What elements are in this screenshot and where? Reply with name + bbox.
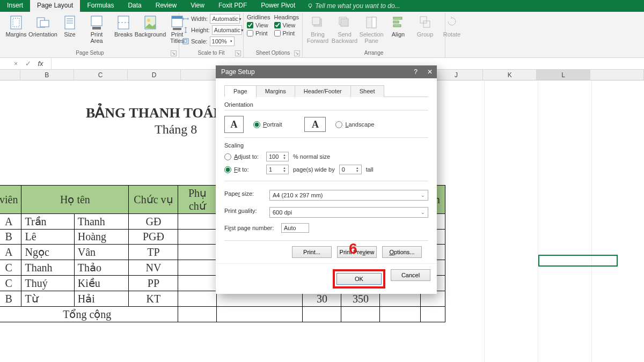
table-cell[interactable]: GĐ <box>129 214 178 230</box>
first-page-input[interactable]: Auto <box>281 223 309 233</box>
table-cell[interactable]: B <box>0 291 21 307</box>
table-cell[interactable]: B <box>0 230 21 245</box>
fit-wide-spinner[interactable]: 1▲▼ <box>266 165 289 174</box>
table-cell[interactable]: Thanh <box>21 260 74 276</box>
size-button[interactable]: Size <box>58 14 82 39</box>
col-header[interactable] <box>0 70 20 80</box>
align-button[interactable]: Align <box>386 14 410 39</box>
table-cell[interactable]: Thảo <box>74 260 129 276</box>
dialog-tab-page[interactable]: Page <box>224 85 257 97</box>
enter-formula-icon[interactable]: ✓ <box>24 60 32 68</box>
group-launcher-scaletofit[interactable]: ↘ <box>235 50 241 56</box>
col-header[interactable]: K <box>483 70 537 80</box>
width-select[interactable]: Automatic▼ <box>210 14 240 24</box>
table-cell[interactable] <box>178 291 217 307</box>
portrait-radio[interactable]: PPortraitortrait <box>253 121 282 128</box>
background-button[interactable]: Background <box>138 14 162 39</box>
dialog-help-icon[interactable]: ? <box>414 68 418 76</box>
table-header: Họ tên <box>21 186 129 214</box>
tell-me-search[interactable]: Tell me what you want to do... <box>302 0 405 12</box>
col-header[interactable]: B <box>20 70 74 80</box>
dialog-tab-headerfooter[interactable]: Header/Footer <box>295 85 351 97</box>
table-cell[interactable]: Ngọc <box>21 245 74 260</box>
col-header[interactable] <box>590 70 644 80</box>
col-header[interactable]: C <box>74 70 128 80</box>
table-cell[interactable]: Trần <box>21 214 74 230</box>
table-cell[interactable]: Lê <box>21 230 74 245</box>
adjust-to-radio[interactable]: Adjust to: <box>224 153 262 160</box>
table-cell[interactable]: Thanh <box>74 214 129 230</box>
group-label-arrange: Arrange <box>306 50 442 57</box>
print-quality-select[interactable]: 600 dpi⌄ <box>269 207 428 218</box>
options-button[interactable]: Options... <box>382 246 422 258</box>
width-label: Width: <box>191 16 208 22</box>
svg-rect-10 <box>92 27 101 29</box>
dialog-close-icon[interactable]: ✕ <box>427 68 433 76</box>
tab-view[interactable]: View <box>184 0 211 12</box>
group-launcher-sheetoptions[interactable]: ↘ <box>294 50 300 56</box>
tab-page-layout[interactable]: Page Layout <box>30 0 80 12</box>
table-cell[interactable] <box>178 230 217 245</box>
landscape-radio[interactable]: Landscape <box>335 121 374 128</box>
tab-powerpivot[interactable]: Power Pivot <box>254 0 302 12</box>
ok-button[interactable]: OK <box>336 273 382 285</box>
table-cell[interactable]: Vân <box>74 245 129 260</box>
table-cell[interactable] <box>178 260 217 276</box>
paper-size-select[interactable]: A4 (210 x 297 mm)⌄ <box>269 190 428 201</box>
group-launcher-pagesetup[interactable]: ↘ <box>171 50 177 56</box>
table-cell[interactable]: NV <box>129 260 178 276</box>
table-cell[interactable]: TP <box>129 245 178 260</box>
table-header: Chức vụ <box>129 186 178 214</box>
headings-heading: Headings <box>274 14 299 20</box>
orientation-button[interactable]: Orientation <box>31 14 55 39</box>
gridlines-view-checkbox[interactable] <box>247 22 253 28</box>
table-cell[interactable]: Thuý <box>21 276 74 291</box>
table-cell[interactable]: Hải <box>74 291 129 307</box>
table-cell[interactable]: Hoàng <box>74 230 129 245</box>
bring-forward-button: Bring Forward <box>306 14 330 45</box>
fx-icon[interactable]: fx <box>36 60 45 68</box>
cancel-formula-icon[interactable]: × <box>12 60 20 68</box>
fit-to-radio[interactable]: Fit to: <box>224 166 262 173</box>
table-cell[interactable]: C <box>0 276 21 291</box>
table-cell[interactable]: KT <box>129 291 178 307</box>
scale-input[interactable]: 100%▾ <box>210 36 235 46</box>
fit-tall-spinner[interactable]: 0▲▼ <box>339 165 362 174</box>
bring-forward-icon <box>310 15 325 30</box>
table-cell[interactable] <box>178 245 217 260</box>
table-cell[interactable]: A <box>0 245 21 260</box>
breaks-button[interactable]: Breaks <box>112 14 135 39</box>
dialog-tab-margins[interactable]: Margins <box>256 85 295 97</box>
print-area-button[interactable]: Print Area <box>85 14 108 45</box>
tab-data[interactable]: Data <box>121 0 148 12</box>
headings-view-checkbox[interactable] <box>274 22 281 28</box>
headings-print-checkbox[interactable] <box>274 30 281 36</box>
dialog-titlebar[interactable]: Page Setup ? ✕ <box>216 65 437 78</box>
dialog-tab-sheet[interactable]: Sheet <box>350 85 384 97</box>
margins-button[interactable]: Margins <box>4 14 28 39</box>
col-header[interactable]: D <box>128 70 181 80</box>
selection-pane-icon <box>364 15 379 30</box>
col-header[interactable]: L <box>537 70 590 80</box>
table-cell[interactable]: Từ <box>21 291 74 307</box>
svg-rect-19 <box>184 40 187 42</box>
tab-review[interactable]: Review <box>149 0 184 12</box>
table-cell[interactable]: A <box>0 214 21 230</box>
group-label-sheetoptions: Sheet Options <box>247 50 299 57</box>
tab-insert[interactable]: Insert <box>0 0 30 12</box>
tab-formulas[interactable]: Formulas <box>80 0 121 12</box>
gridlines-print-checkbox[interactable] <box>247 30 253 36</box>
table-cell[interactable]: Kiều <box>74 276 129 291</box>
adjust-spinner[interactable]: 100▲▼ <box>266 152 289 161</box>
height-select[interactable]: Automatic▼ <box>212 25 242 35</box>
cancel-button[interactable]: Cancel <box>391 269 430 281</box>
print-button[interactable]: Print... <box>292 246 332 258</box>
landscape-preview-icon: A <box>304 117 326 132</box>
table-cell[interactable]: PP <box>129 276 178 291</box>
col-header[interactable]: J <box>430 70 484 80</box>
table-cell[interactable]: PGĐ <box>129 230 178 245</box>
tab-foxit[interactable]: Foxit PDF <box>211 0 254 12</box>
table-cell[interactable] <box>178 276 217 291</box>
table-cell[interactable]: C <box>0 260 21 276</box>
table-cell[interactable] <box>178 214 217 230</box>
